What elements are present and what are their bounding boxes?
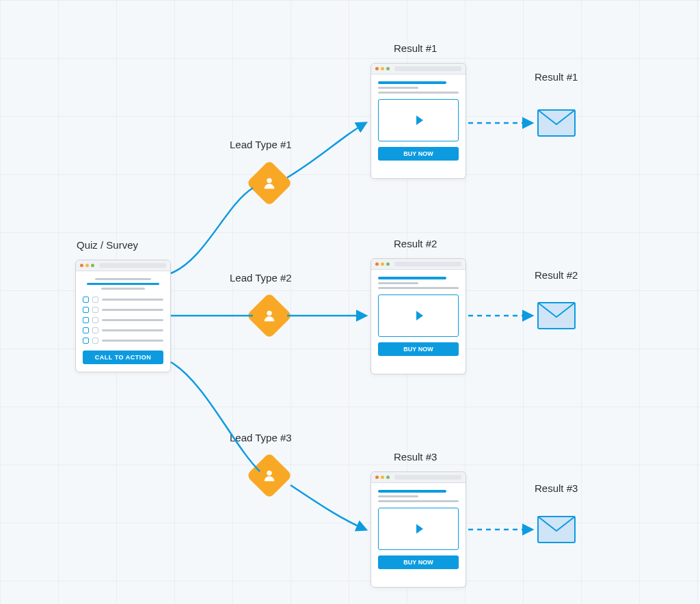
lead-label-1: Lead Type #1 — [230, 139, 292, 150]
lead-label-3: Lead Type #3 — [230, 432, 292, 443]
checkbox-icon — [92, 307, 98, 313]
video-placeholder — [378, 508, 459, 550]
heading-line — [378, 277, 446, 279]
result-wireframe-2: BUY NOW — [371, 258, 466, 374]
quiz-wireframe: CALL TO ACTION — [75, 260, 171, 372]
checkbox-icon — [83, 307, 89, 313]
quiz-option — [83, 307, 163, 313]
window-dot-green — [386, 67, 390, 70]
browser-header — [371, 259, 466, 270]
envelope-icon — [537, 109, 576, 137]
video-placeholder — [378, 99, 459, 141]
user-icon — [262, 308, 277, 323]
text-line — [102, 309, 163, 311]
checkbox-icon — [83, 317, 89, 323]
window-dot-green — [91, 264, 94, 267]
checkbox-icon — [92, 327, 98, 333]
address-bar — [394, 475, 461, 480]
text-line — [378, 87, 418, 89]
user-icon — [262, 468, 277, 483]
svg-point-1 — [267, 311, 271, 316]
checkbox-icon — [83, 297, 89, 303]
svg-point-2 — [267, 471, 271, 476]
checkbox-icon — [83, 327, 89, 333]
text-line — [378, 287, 459, 289]
video-placeholder — [378, 294, 459, 337]
play-icon — [416, 115, 423, 125]
checkbox-icon — [92, 338, 98, 344]
window-dot-red — [80, 264, 83, 267]
text-line — [378, 500, 459, 502]
envelope-icon-2 — [537, 302, 576, 329]
text-line — [378, 282, 418, 284]
window-dot-yellow — [381, 67, 384, 70]
browser-header — [76, 260, 170, 271]
text-line — [102, 329, 163, 331]
browser-header — [371, 64, 466, 74]
text-line — [95, 278, 152, 280]
result-title-3: Result #3 — [394, 451, 437, 463]
envelope-icon-1 — [537, 109, 576, 137]
lead-diamond-2 — [246, 292, 293, 339]
address-bar — [394, 66, 461, 71]
email-title-1: Result #1 — [535, 71, 578, 83]
email-title-3: Result #3 — [535, 482, 578, 494]
buy-button: BUY NOW — [378, 342, 459, 356]
diagram-canvas: Quiz / Survey CALL TO ACTION Lead Type #… — [0, 0, 700, 604]
email-title-2: Result #2 — [535, 269, 578, 281]
text-line — [102, 319, 163, 321]
quiz-title: Quiz / Survey — [77, 239, 138, 251]
window-dot-green — [386, 262, 390, 266]
lead-label-2: Lead Type #2 — [230, 272, 292, 284]
lead-diamond-3 — [246, 452, 293, 499]
window-dot-red — [375, 67, 379, 70]
window-dot-red — [375, 476, 379, 479]
lead-diamond-1 — [246, 160, 293, 206]
quiz-option — [83, 317, 163, 323]
svg-point-0 — [267, 178, 271, 183]
result-wireframe-1: BUY NOW — [371, 63, 466, 179]
text-line-accent — [87, 283, 159, 285]
quiz-option — [83, 297, 163, 303]
text-line — [101, 288, 146, 290]
play-icon — [416, 311, 423, 320]
buy-button: BUY NOW — [378, 555, 459, 569]
heading-line — [378, 490, 446, 493]
window-dot-yellow — [381, 262, 384, 266]
address-bar — [99, 263, 166, 268]
text-line — [378, 495, 418, 497]
browser-header — [371, 472, 466, 483]
text-line — [102, 299, 163, 301]
window-dot-green — [386, 476, 390, 479]
address-bar — [394, 262, 461, 266]
result-title-2: Result #2 — [394, 238, 437, 249]
checkbox-icon — [83, 338, 89, 344]
envelope-icon-3 — [537, 516, 576, 543]
result-wireframe-3: BUY NOW — [371, 471, 466, 588]
user-icon — [262, 176, 277, 191]
text-line — [378, 92, 459, 94]
quiz-option — [83, 327, 163, 333]
cta-button: CALL TO ACTION — [83, 351, 163, 364]
envelope-icon — [537, 516, 576, 543]
heading-line — [378, 81, 446, 84]
checkbox-icon — [92, 297, 98, 303]
quiz-option — [83, 338, 163, 344]
envelope-icon — [537, 302, 576, 329]
window-dot-red — [375, 262, 379, 266]
buy-button: BUY NOW — [378, 147, 459, 161]
play-icon — [416, 524, 423, 534]
result-title-1: Result #1 — [394, 42, 437, 54]
checkbox-icon — [92, 317, 98, 323]
window-dot-yellow — [85, 264, 89, 267]
window-dot-yellow — [381, 476, 384, 479]
text-line — [102, 340, 163, 342]
